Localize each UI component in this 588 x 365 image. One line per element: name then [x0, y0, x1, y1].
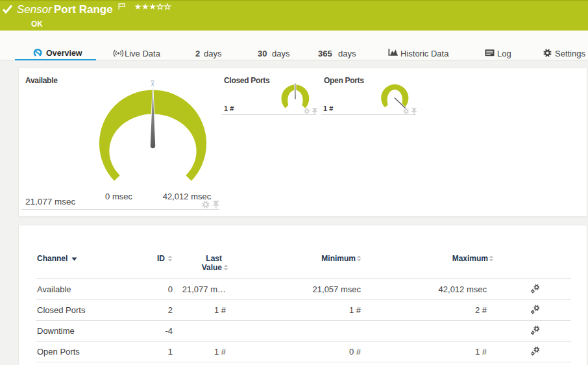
svg-text:x: x: [151, 81, 154, 87]
